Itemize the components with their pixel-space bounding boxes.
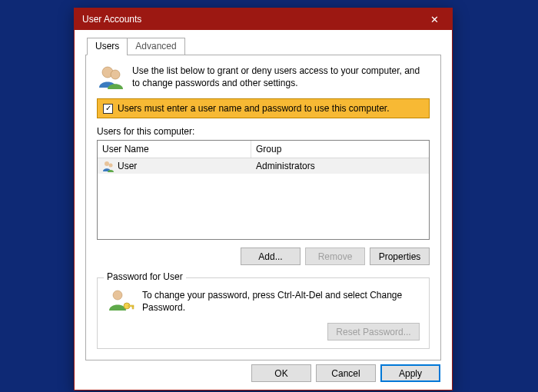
dialog-footer: OK Cancel Apply [251, 364, 440, 382]
password-legend: Password for User [104, 271, 186, 282]
listview-header: User Name Group [98, 141, 429, 158]
user-key-icon [107, 287, 134, 315]
require-login-row: ✓ Users must enter a user name and passw… [97, 98, 430, 118]
username-text: User [118, 161, 137, 171]
apply-button[interactable]: Apply [380, 364, 440, 382]
dialog-body: Users Advanced Use the list below to gra… [75, 30, 452, 360]
reset-password-button: Reset Password... [327, 323, 420, 341]
cancel-button[interactable]: Cancel [316, 364, 376, 382]
window-title: User Accounts [82, 14, 417, 25]
col-group[interactable]: Group [251, 141, 429, 158]
users-listview[interactable]: User Name Group User Administrators [97, 140, 430, 240]
ok-button[interactable]: OK [251, 364, 311, 382]
intro-text: Use the list below to grant or deny user… [132, 63, 430, 91]
close-icon: ✕ [430, 14, 439, 25]
svg-point-1 [111, 70, 120, 79]
password-text: To change your password, press Ctrl-Alt-… [142, 287, 420, 314]
add-button[interactable]: Add... [241, 247, 301, 265]
users-icon [97, 63, 125, 91]
svg-rect-7 [132, 307, 134, 309]
tab-advanced[interactable]: Advanced [127, 38, 184, 55]
intro-row: Use the list below to grant or deny user… [97, 63, 430, 91]
password-btn-row: Reset Password... [107, 323, 420, 341]
titlebar: User Accounts ✕ [75, 8, 452, 30]
tab-users[interactable]: Users [87, 38, 128, 55]
tab-panel-users: Use the list below to grant or deny user… [85, 55, 441, 360]
users-list-label: Users for this computer: [97, 126, 430, 137]
svg-point-3 [109, 164, 113, 168]
list-row[interactable]: User Administrators [98, 158, 429, 174]
remove-button: Remove [305, 247, 365, 265]
svg-rect-6 [128, 305, 134, 307]
cell-username: User [98, 158, 251, 174]
password-fieldset: Password for User To change your passwor… [97, 277, 430, 349]
list-buttons: Add... Remove Properties [97, 247, 430, 265]
properties-button[interactable]: Properties [370, 247, 430, 265]
require-login-label: Users must enter a user name and passwor… [118, 103, 390, 114]
svg-point-2 [105, 161, 109, 166]
user-accounts-dialog: User Accounts ✕ Users Advanced Use the l… [74, 8, 453, 390]
col-username[interactable]: User Name [98, 141, 251, 158]
close-button[interactable]: ✕ [417, 8, 452, 30]
user-icon [102, 160, 115, 172]
cell-group: Administrators [251, 159, 429, 173]
tab-strip: Users Advanced [87, 38, 441, 55]
svg-point-4 [113, 291, 122, 300]
require-login-checkbox[interactable]: ✓ [103, 104, 113, 114]
password-row: To change your password, press Ctrl-Alt-… [107, 287, 420, 315]
